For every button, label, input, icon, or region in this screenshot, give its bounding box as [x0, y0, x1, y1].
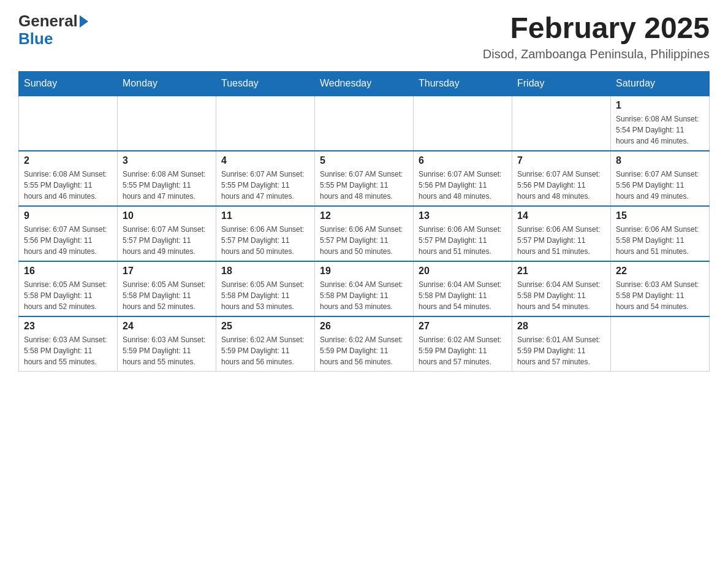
calendar-cell [512, 96, 611, 151]
calendar-cell: 21Sunrise: 6:04 AM Sunset: 5:58 PM Dayli… [512, 261, 611, 316]
calendar-cell: 28Sunrise: 6:01 AM Sunset: 5:59 PM Dayli… [512, 316, 611, 372]
day-number: 6 [419, 155, 507, 166]
day-info: Sunrise: 6:08 AM Sunset: 5:55 PM Dayligh… [24, 169, 112, 202]
day-info: Sunrise: 6:04 AM Sunset: 5:58 PM Dayligh… [419, 279, 507, 312]
calendar-cell: 5Sunrise: 6:07 AM Sunset: 5:55 PM Daylig… [315, 151, 414, 206]
day-number: 21 [517, 266, 605, 277]
day-number: 8 [616, 155, 704, 166]
day-info: Sunrise: 6:03 AM Sunset: 5:59 PM Dayligh… [123, 334, 211, 367]
calendar-cell [611, 316, 710, 372]
calendar-cell: 1Sunrise: 6:08 AM Sunset: 5:54 PM Daylig… [611, 96, 710, 151]
day-number: 13 [419, 210, 507, 221]
calendar-cell [216, 96, 315, 151]
day-info: Sunrise: 6:06 AM Sunset: 5:58 PM Dayligh… [616, 224, 704, 257]
calendar-cell: 16Sunrise: 6:05 AM Sunset: 5:58 PM Dayli… [19, 261, 118, 316]
day-info: Sunrise: 6:07 AM Sunset: 5:56 PM Dayligh… [616, 169, 704, 202]
logo: General Blue [18, 12, 88, 47]
day-of-week-header: Tuesday [216, 71, 315, 96]
calendar-cell: 17Sunrise: 6:05 AM Sunset: 5:58 PM Dayli… [118, 261, 216, 316]
day-number: 10 [123, 210, 211, 221]
day-of-week-header: Monday [118, 71, 216, 96]
calendar-cell: 25Sunrise: 6:02 AM Sunset: 5:59 PM Dayli… [216, 316, 315, 372]
calendar-table: SundayMondayTuesdayWednesdayThursdayFrid… [18, 71, 710, 372]
day-of-week-header: Friday [512, 71, 611, 96]
calendar-cell [19, 96, 118, 151]
calendar-cell: 6Sunrise: 6:07 AM Sunset: 5:56 PM Daylig… [414, 151, 512, 206]
calendar-cell: 15Sunrise: 6:06 AM Sunset: 5:58 PM Dayli… [611, 206, 710, 261]
day-number: 20 [419, 266, 507, 277]
title-section: February 2025 Disod, Zamboanga Peninsula… [483, 12, 710, 61]
calendar-cell: 7Sunrise: 6:07 AM Sunset: 5:56 PM Daylig… [512, 151, 611, 206]
day-number: 4 [221, 155, 309, 166]
day-number: 27 [419, 321, 507, 332]
calendar-cell: 10Sunrise: 6:07 AM Sunset: 5:57 PM Dayli… [118, 206, 216, 261]
day-number: 16 [24, 266, 112, 277]
calendar-cell: 4Sunrise: 6:07 AM Sunset: 5:55 PM Daylig… [216, 151, 315, 206]
day-number: 1 [616, 100, 704, 111]
calendar-cell: 8Sunrise: 6:07 AM Sunset: 5:56 PM Daylig… [611, 151, 710, 206]
calendar-cell: 12Sunrise: 6:06 AM Sunset: 5:57 PM Dayli… [315, 206, 414, 261]
logo-general-text: General [18, 12, 78, 30]
calendar-cell: 2Sunrise: 6:08 AM Sunset: 5:55 PM Daylig… [19, 151, 118, 206]
day-number: 26 [320, 321, 408, 332]
day-number: 2 [24, 155, 112, 166]
day-number: 23 [24, 321, 112, 332]
day-info: Sunrise: 6:02 AM Sunset: 5:59 PM Dayligh… [419, 334, 507, 367]
page-header: General Blue February 2025 Disod, Zamboa… [18, 12, 710, 61]
day-info: Sunrise: 6:08 AM Sunset: 5:55 PM Dayligh… [123, 169, 211, 202]
calendar-cell: 20Sunrise: 6:04 AM Sunset: 5:58 PM Dayli… [414, 261, 512, 316]
day-number: 17 [123, 266, 211, 277]
day-number: 18 [221, 266, 309, 277]
day-info: Sunrise: 6:07 AM Sunset: 5:56 PM Dayligh… [24, 224, 112, 257]
day-number: 19 [320, 266, 408, 277]
calendar-cell: 19Sunrise: 6:04 AM Sunset: 5:58 PM Dayli… [315, 261, 414, 316]
day-info: Sunrise: 6:01 AM Sunset: 5:59 PM Dayligh… [517, 334, 605, 367]
day-of-week-header: Saturday [611, 71, 710, 96]
day-info: Sunrise: 6:05 AM Sunset: 5:58 PM Dayligh… [221, 279, 309, 312]
day-of-week-header: Wednesday [315, 71, 414, 96]
calendar-cell: 23Sunrise: 6:03 AM Sunset: 5:58 PM Dayli… [19, 316, 118, 372]
day-info: Sunrise: 6:06 AM Sunset: 5:57 PM Dayligh… [517, 224, 605, 257]
calendar-subtitle: Disod, Zamboanga Peninsula, Philippines [483, 47, 710, 61]
day-info: Sunrise: 6:07 AM Sunset: 5:57 PM Dayligh… [123, 224, 211, 257]
day-number: 3 [123, 155, 211, 166]
day-info: Sunrise: 6:06 AM Sunset: 5:57 PM Dayligh… [221, 224, 309, 257]
day-number: 22 [616, 266, 704, 277]
day-number: 12 [320, 210, 408, 221]
day-number: 5 [320, 155, 408, 166]
day-info: Sunrise: 6:07 AM Sunset: 5:56 PM Dayligh… [517, 169, 605, 202]
calendar-cell: 27Sunrise: 6:02 AM Sunset: 5:59 PM Dayli… [414, 316, 512, 372]
day-info: Sunrise: 6:03 AM Sunset: 5:58 PM Dayligh… [24, 334, 112, 367]
day-number: 28 [517, 321, 605, 332]
calendar-cell: 18Sunrise: 6:05 AM Sunset: 5:58 PM Dayli… [216, 261, 315, 316]
calendar-cell: 13Sunrise: 6:06 AM Sunset: 5:57 PM Dayli… [414, 206, 512, 261]
calendar-cell: 3Sunrise: 6:08 AM Sunset: 5:55 PM Daylig… [118, 151, 216, 206]
day-number: 25 [221, 321, 309, 332]
day-info: Sunrise: 6:02 AM Sunset: 5:59 PM Dayligh… [221, 334, 309, 367]
calendar-cell: 11Sunrise: 6:06 AM Sunset: 5:57 PM Dayli… [216, 206, 315, 261]
day-info: Sunrise: 6:08 AM Sunset: 5:54 PM Dayligh… [616, 113, 704, 147]
day-info: Sunrise: 6:07 AM Sunset: 5:55 PM Dayligh… [221, 169, 309, 202]
logo-triangle-icon [80, 15, 88, 28]
day-info: Sunrise: 6:07 AM Sunset: 5:56 PM Dayligh… [419, 169, 507, 202]
day-number: 14 [517, 210, 605, 221]
day-of-week-header: Sunday [19, 71, 118, 96]
day-number: 9 [24, 210, 112, 221]
day-number: 24 [123, 321, 211, 332]
day-info: Sunrise: 6:04 AM Sunset: 5:58 PM Dayligh… [517, 279, 605, 312]
day-number: 15 [616, 210, 704, 221]
calendar-cell [315, 96, 414, 151]
day-info: Sunrise: 6:05 AM Sunset: 5:58 PM Dayligh… [123, 279, 211, 312]
day-of-week-header: Thursday [414, 71, 512, 96]
calendar-cell: 26Sunrise: 6:02 AM Sunset: 5:59 PM Dayli… [315, 316, 414, 372]
calendar-title: February 2025 [483, 12, 710, 45]
day-info: Sunrise: 6:07 AM Sunset: 5:55 PM Dayligh… [320, 169, 408, 202]
calendar-cell [414, 96, 512, 151]
day-number: 7 [517, 155, 605, 166]
logo-blue-text: Blue [18, 30, 53, 48]
calendar-cell: 9Sunrise: 6:07 AM Sunset: 5:56 PM Daylig… [19, 206, 118, 261]
day-info: Sunrise: 6:06 AM Sunset: 5:57 PM Dayligh… [320, 224, 408, 257]
day-info: Sunrise: 6:05 AM Sunset: 5:58 PM Dayligh… [24, 279, 112, 312]
day-info: Sunrise: 6:06 AM Sunset: 5:57 PM Dayligh… [419, 224, 507, 257]
day-info: Sunrise: 6:02 AM Sunset: 5:59 PM Dayligh… [320, 334, 408, 367]
